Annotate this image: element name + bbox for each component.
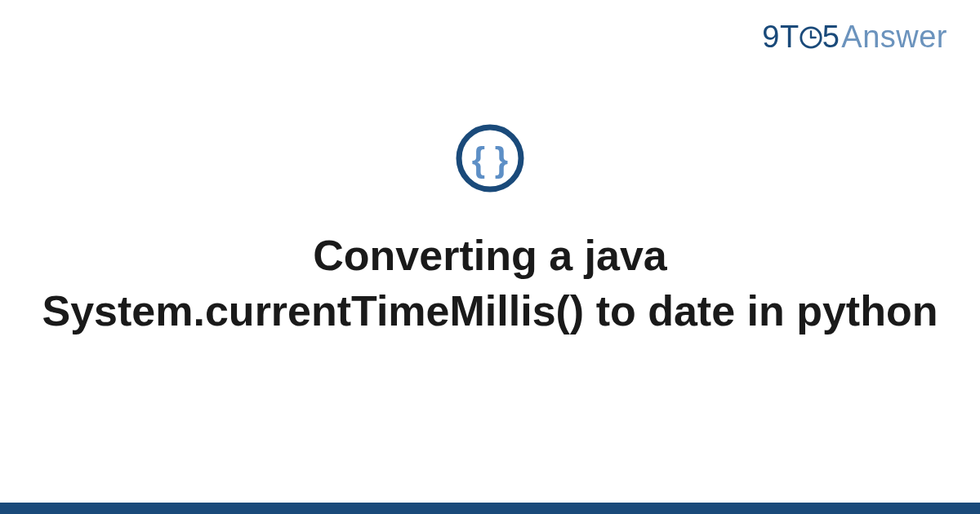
page-title: Converting a java System.currentTimeMill… (41, 228, 939, 339)
logo-nine: 9 (762, 20, 780, 55)
site-logo: 9 T 5 Answer (762, 20, 947, 55)
logo-five: 5 (822, 20, 840, 55)
code-braces-icon: { } (454, 122, 526, 194)
clock-icon (799, 25, 823, 50)
svg-text:{ }: { } (472, 140, 508, 179)
logo-t: T (780, 20, 800, 55)
logo-answer: Answer (841, 20, 947, 55)
bottom-accent-bar (0, 503, 980, 514)
